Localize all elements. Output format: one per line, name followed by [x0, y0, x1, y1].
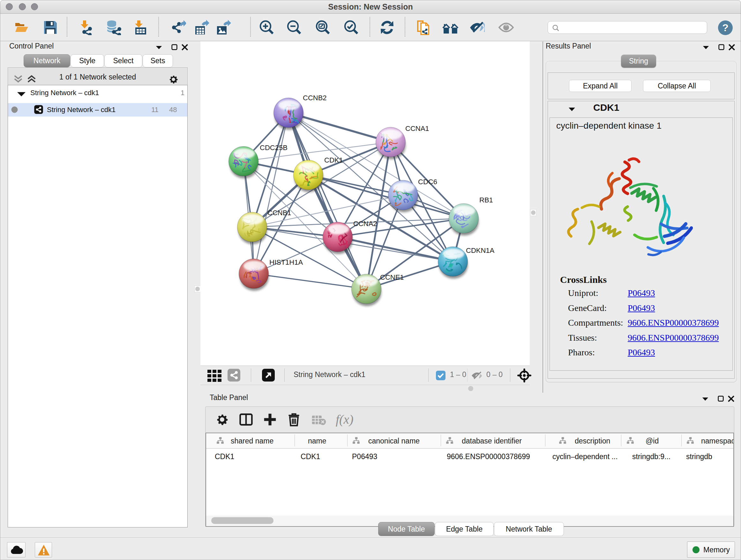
svg-text:CCNA1: CCNA1	[405, 125, 429, 132]
svg-text:CCNA2: CCNA2	[353, 220, 377, 228]
svg-text:HIST1H1A: HIST1H1A	[269, 258, 303, 266]
svg-text:CDC6: CDC6	[418, 178, 437, 186]
svg-text:CCNB2: CCNB2	[303, 94, 327, 102]
svg-text:CDKN1A: CDKN1A	[466, 246, 495, 254]
svg-text:CCNB1: CCNB1	[267, 209, 291, 217]
svg-text:CCNE1: CCNE1	[380, 273, 404, 281]
svg-text:RB1: RB1	[479, 196, 493, 204]
svg-text:CDK1: CDK1	[324, 156, 343, 164]
svg-text:CDC25B: CDC25B	[260, 144, 287, 152]
